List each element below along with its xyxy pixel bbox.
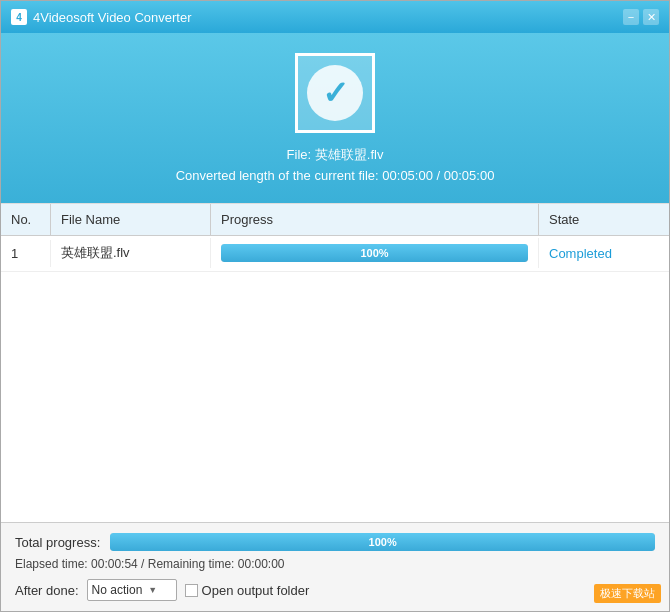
cell-no: 1 [1,240,51,267]
total-progress-text: 100% [110,536,655,548]
header-area: ✓ File: 英雄联盟.flv Converted length of the… [1,33,669,203]
table-area: No. File Name Progress State 1 英雄联盟.flv … [1,203,669,522]
elapsed-row: Elapsed time: 00:00:54 / Remaining time:… [15,557,655,571]
progress-text: 100% [221,247,528,259]
col-no: No. [1,204,51,235]
checkmark-icon: ✓ [322,77,349,109]
window-title: 4Videosoft Video Converter [33,10,192,25]
after-done-label: After done: [15,583,79,598]
file-label: File: 英雄联盟.flv [176,145,495,166]
total-progress-label: Total progress: [15,535,100,550]
total-progress-bar: 100% [110,533,655,551]
table-row: 1 英雄联盟.flv 100% Completed [1,236,669,272]
total-progress-row: Total progress: 100% [15,533,655,551]
watermark: 极速下载站 [594,584,661,603]
title-bar: 4 4Videosoft Video Converter − ✕ [1,1,669,33]
cell-progress: 100% [211,238,539,268]
open-output-label: Open output folder [202,583,310,598]
open-output-checkbox-group[interactable]: Open output folder [185,583,310,598]
bottom-area: Total progress: 100% Elapsed time: 00:00… [1,522,669,611]
no-action-select[interactable]: No action ▼ [87,579,177,601]
file-info: File: 英雄联盟.flv Converted length of the c… [176,145,495,187]
open-output-checkbox[interactable] [185,584,198,597]
progress-bar-container: 100% [221,244,528,262]
minimize-button[interactable]: − [623,9,639,25]
col-state: State [539,204,669,235]
after-done-row: After done: No action ▼ Open output fold… [15,579,655,601]
col-filename: File Name [51,204,211,235]
table-header: No. File Name Progress State [1,203,669,236]
title-bar-controls: − ✕ [623,9,659,25]
col-progress: Progress [211,204,539,235]
close-button[interactable]: ✕ [643,9,659,25]
table-body: 1 英雄联盟.flv 100% Completed [1,236,669,522]
dropdown-arrow-icon: ▼ [148,585,157,595]
cell-state: Completed [539,240,669,267]
no-action-value: No action [92,583,143,597]
checkmark-circle: ✓ [307,65,363,121]
checkmark-box: ✓ [295,53,375,133]
app-icon: 4 [11,9,27,25]
converted-label: Converted length of the current file: 00… [176,166,495,187]
cell-filename: 英雄联盟.flv [51,238,211,268]
